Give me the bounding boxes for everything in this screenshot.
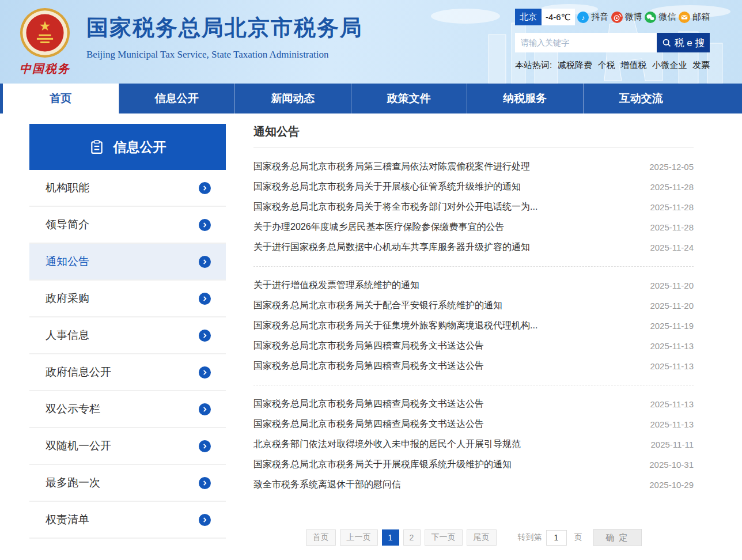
sidebar-item[interactable]: 人事信息 <box>29 317 226 354</box>
announcement-group-3: 国家税务总局北京市税务局第四稽查局税务文书送达公告 2025-11-13 国家税… <box>253 385 694 504</box>
announcement-link[interactable]: 致全市税务系统离退休干部的慰问信 <box>253 479 401 491</box>
nav-item[interactable]: 政策文件 <box>351 84 467 113</box>
pagination-pages: 1 2 <box>382 529 421 546</box>
search-icon <box>662 38 672 48</box>
social-link-weibo[interactable]: 微博 <box>611 12 642 23</box>
announcement-date: 2025-11-28 <box>650 222 694 232</box>
pagination-page-button[interactable]: 1 <box>382 529 399 546</box>
nav-item[interactable]: 信息公开 <box>119 84 235 113</box>
announcement-link[interactable]: 北京税务部门依法对取得境外收入未申报的居民个人开展引导规范 <box>253 438 521 451</box>
pagination-prev-button[interactable]: 上一页 <box>340 529 378 546</box>
sidebar-title: 信息公开 <box>113 138 166 156</box>
social-link-wechat[interactable]: 微信 <box>645 12 676 23</box>
announcement-date: 2025-11-13 <box>650 361 694 371</box>
site-title: 国家税务总局北京市税务局 <box>86 13 363 43</box>
nav-item[interactable]: 纳税服务 <box>467 84 583 113</box>
announcement-date: 2025-11-20 <box>650 281 694 290</box>
nav-item[interactable]: 首页 <box>3 84 119 113</box>
search-button[interactable]: 税 e 搜 <box>657 33 710 52</box>
announcement-date: 2025-12-05 <box>649 162 694 172</box>
chevron-right-icon <box>199 440 211 452</box>
search-bar: 税 e 搜 <box>515 33 710 52</box>
announcement-date: 2025-11-28 <box>650 182 694 192</box>
announcement-link[interactable]: 国家税务总局北京市税务局第四稽查局税务文书送达公告 <box>253 418 484 430</box>
hotword-link[interactable]: 发票 <box>692 60 710 71</box>
announcement-link[interactable]: 国家税务总局北京市税务局关于开展税库银系统升级维护的通知 <box>253 459 512 471</box>
pagination-page-button[interactable]: 2 <box>403 529 421 546</box>
pagination-last-button[interactable]: 尾页 <box>467 529 497 546</box>
sidebar-item[interactable]: 领导简介 <box>29 207 226 244</box>
pagination-next-button[interactable]: 下一页 <box>425 529 463 546</box>
announcement-link[interactable]: 关于办理2026年度城乡居民基本医疗保险参保缴费事宜的公告 <box>253 221 505 233</box>
announcement-row: 关于进行增值税发票管理系统维护的通知 2025-11-20 <box>253 275 694 296</box>
sidebar-item-label: 双公示专栏 <box>46 402 100 417</box>
announcement-row: 国家税务总局北京市税务局第四稽查局税务文书送达公告 2025-11-13 <box>253 336 694 356</box>
nav-item[interactable]: 新闻动态 <box>234 84 351 113</box>
announcement-row: 国家税务总局北京市税务局关于将全市税务部门对外公开电话统一为... 2025-1… <box>253 197 694 217</box>
announcement-link[interactable]: 国家税务总局北京市税务局第四稽查局税务文书送达公告 <box>253 340 484 352</box>
site-logo: ★ 中国税务 <box>16 7 74 77</box>
pagination: 首页 上一页 1 2 下一页 尾页 转到第 页 确 定 <box>253 529 694 546</box>
weibo-icon <box>611 12 623 23</box>
nav-item[interactable]: 互动交流 <box>583 84 699 113</box>
social-link-mail[interactable]: 邮箱 <box>679 12 710 23</box>
announcement-link[interactable]: 关于进行增值税发票管理系统维护的通知 <box>253 279 419 292</box>
chevron-right-icon <box>199 293 211 305</box>
sidebar-item-label: 权责清单 <box>46 512 89 527</box>
nav-items: 首页 信息公开 新闻动态 政策文件 纳税服务 互动交流 <box>3 84 699 113</box>
sidebar-item-label: 人事信息 <box>46 328 89 343</box>
hotword-link[interactable]: 减税降费 <box>558 60 592 71</box>
chevron-right-icon <box>199 514 211 526</box>
announcement-link[interactable]: 关于进行国家税务总局数据中心机动车共享库服务器升级扩容的通知 <box>253 241 530 253</box>
sidebar-item-label: 领导简介 <box>46 217 89 232</box>
tax-emblem-logo: ★ <box>20 7 70 58</box>
hotword-link[interactable]: 小微企业 <box>652 60 687 71</box>
sidebar-item[interactable]: 双公示专栏 <box>29 391 226 428</box>
announcement-link[interactable]: 国家税务总局北京市税务局关于配合平安银行系统维护的通知 <box>253 300 502 312</box>
sidebar-item[interactable]: 双随机一公开 <box>29 428 226 465</box>
confirm-button[interactable]: 确 定 <box>593 529 642 546</box>
sidebar-item[interactable]: 政府采购 <box>29 281 226 317</box>
hotword-link[interactable]: 增值税 <box>620 60 646 71</box>
svg-text:★: ★ <box>39 18 51 33</box>
sidebar-item-label: 双随机一公开 <box>46 438 111 453</box>
wechat-icon <box>645 12 656 23</box>
announcement-date: 2025-11-19 <box>650 321 694 331</box>
chevron-right-icon <box>199 403 211 415</box>
announcement-row: 国家税务总局北京市税务局第四稽查局税务文书送达公告 2025-11-13 <box>253 414 694 434</box>
announcement-row: 国家税务总局北京市税务局关于开展核心征管系统升级维护的通知 2025-11-28 <box>253 177 694 197</box>
page-unit-label: 页 <box>574 532 582 543</box>
chevron-right-icon <box>199 182 211 194</box>
site-subtitle: Beijing Municipal Tax Service, State Tax… <box>86 49 363 60</box>
chevron-right-icon <box>199 477 211 489</box>
sidebar-item-label: 机构职能 <box>46 180 89 195</box>
announcement-group-1: 国家税务总局北京市税务局第三稽查局依法对陈震偷税案件进行处理 2025-12-0… <box>253 148 694 266</box>
announcement-link[interactable]: 国家税务总局北京市税务局第四稽查局税务文书送达公告 <box>253 398 484 410</box>
announcement-link[interactable]: 国家税务总局北京市税务局第四稽查局税务文书送达公告 <box>253 360 484 372</box>
sidebar-item-label: 政府采购 <box>46 291 89 306</box>
search-input[interactable] <box>515 33 657 52</box>
sidebar-item[interactable]: 机构职能 <box>29 170 226 207</box>
announcement-row: 国家税务总局北京市税务局关于开展税库银系统升级维护的通知 2025-10-31 <box>253 455 694 475</box>
chevron-right-icon <box>199 366 211 379</box>
announcement-row: 北京税务部门依法对取得境外收入未申报的居民个人开展引导规范 2025-11-11 <box>253 434 694 455</box>
pagination-first-button[interactable]: 首页 <box>306 529 336 546</box>
logo-caption: 中国税务 <box>16 61 74 77</box>
sidebar-item[interactable]: 政府信息公开 <box>29 354 226 391</box>
goto-page-input[interactable] <box>546 530 567 546</box>
announcement-link[interactable]: 国家税务总局北京市税务局关于征集境外旅客购物离境退税代理机构... <box>253 320 537 332</box>
page-title: 通知公告 <box>253 124 694 148</box>
social-link-douyin[interactable]: ♪ 抖音 <box>577 12 608 23</box>
announcement-row: 关于办理2026年度城乡居民基本医疗保险参保缴费事宜的公告 2025-11-28 <box>253 217 694 237</box>
announcement-link[interactable]: 国家税务总局北京市税务局关于将全市税务部门对外公开电话统一为... <box>253 201 537 213</box>
announcement-link[interactable]: 国家税务总局北京市税务局关于开展核心征管系统升级维护的通知 <box>253 181 521 193</box>
sidebar-item[interactable]: 权责清单 <box>29 502 226 539</box>
hotword-link[interactable]: 个税 <box>598 60 615 71</box>
sidebar-item[interactable]: 最多跑一次 <box>29 465 226 502</box>
chevron-right-icon <box>199 256 211 268</box>
announcement-row: 关于进行国家税务总局数据中心机动车共享库服务器升级扩容的通知 2025-11-2… <box>253 237 694 258</box>
sidebar-item-label: 最多跑一次 <box>46 475 100 490</box>
announcement-link[interactable]: 国家税务总局北京市税务局第三稽查局依法对陈震偷税案件进行处理 <box>253 161 530 173</box>
header-utilities: 北京 -4-6℃ ♪ 抖音 <box>515 9 710 71</box>
sidebar-item[interactable]: 通知公告 <box>29 244 226 281</box>
